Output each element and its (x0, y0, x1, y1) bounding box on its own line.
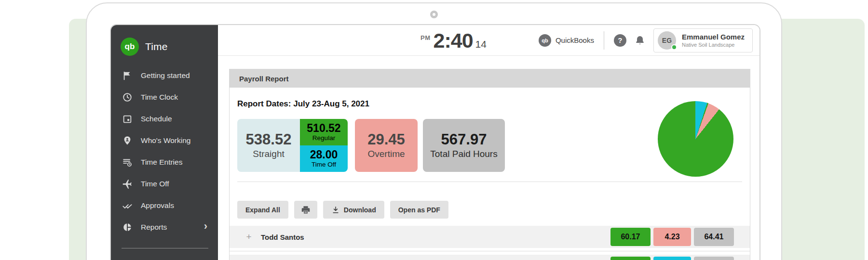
stat-split: 510.52 Regular 28.00 Time Off (300, 119, 348, 172)
regular-hours-badge: 60.17 (610, 228, 651, 246)
sidebar-divider (122, 248, 208, 248)
sidebar-item-label: Who's Working (141, 136, 190, 145)
topbar: PM 2:40 14 qb QuickBooks ? (218, 25, 760, 56)
sidebar-item-time-entries[interactable]: Time Entries (111, 151, 218, 173)
report-dates: Report Dates: July 23-Aug 5, 2021 (237, 99, 742, 109)
stat-total-paid: 567.97 Total Paid Hours (423, 119, 505, 172)
time-off-value: 28.00 (310, 148, 338, 161)
employee-rows: + Todd Santos 60.17 4.23 64.41 (230, 226, 750, 260)
download-label: Download (344, 206, 376, 214)
clock-time: 2:40 (434, 30, 473, 51)
flag-icon (122, 70, 133, 81)
user-menu[interactable]: EG Emmanuel Gomez Native Soil Landscape (653, 28, 753, 52)
download-icon (331, 206, 340, 214)
time-off-label: Time Off (312, 161, 336, 169)
open-as-pdf-button[interactable]: Open as PDF (390, 201, 448, 219)
user-info: Emmanuel Gomez Native Soil Landscape (682, 32, 745, 49)
sidebar-item-whos-working[interactable]: Who's Working (111, 130, 218, 151)
topbar-actions: qb QuickBooks ? (539, 28, 753, 52)
total-hours-badge: 64.41 (694, 228, 734, 246)
sidebar-item-reports[interactable]: Reports › (111, 216, 218, 238)
app-screen: qb Time Getting started (110, 24, 760, 260)
pie-chart-icon (122, 221, 133, 233)
notifications-bell-icon[interactable] (634, 35, 646, 46)
sidebar-item-schedule[interactable]: Schedule (111, 108, 218, 130)
printer-icon (300, 205, 311, 215)
report-title: Payroll Report (239, 75, 289, 83)
sidebar-item-label: Getting started (141, 71, 190, 80)
expand-all-button[interactable]: Expand All (237, 201, 288, 219)
sidebar-item-time-clock[interactable]: Time Clock (111, 86, 218, 108)
row-divider (230, 251, 750, 251)
regular-value: 510.52 (307, 122, 340, 134)
sidebar-item-approvals[interactable]: Approvals (111, 195, 218, 216)
sidebar-item-label: Time Clock (141, 93, 178, 102)
location-person-icon (122, 135, 133, 146)
sidebar-item-getting-started[interactable]: Getting started (111, 65, 218, 86)
straight-label: Straight (253, 148, 284, 160)
payroll-report-card: Payroll Report Report Dates: July 23-Aug… (229, 69, 750, 260)
online-status-dot (671, 44, 677, 50)
sidebar-item-label: Time Entries (141, 158, 182, 167)
user-company: Native Soil Landscape (682, 41, 745, 48)
sidebar-item-label: Time Off (141, 180, 169, 188)
stats-row: 538.52 Straight 510.52 Regular (237, 119, 742, 172)
live-clock: PM 2:40 14 (420, 30, 487, 51)
total-hours-badge (694, 257, 734, 260)
total-paid-label: Total Paid Hours (430, 148, 497, 160)
main-area: PM 2:40 14 qb QuickBooks ? (218, 25, 760, 260)
overtime-label: Overtime (367, 148, 405, 160)
avatar-initials: EG (662, 37, 672, 44)
report-body: Report Dates: July 23-Aug 5, 2021 538.52… (230, 88, 750, 260)
quickbooks-icon: qb (539, 34, 551, 47)
table-row[interactable]: + Todd Santos 60.17 4.23 64.41 (230, 226, 750, 248)
straight-value: 538.52 (246, 131, 292, 148)
total-paid-value: 567.97 (441, 131, 487, 148)
quickbooks-label: QuickBooks (556, 36, 594, 44)
clock-meridiem: PM (420, 34, 431, 41)
stat-straight: 538.52 Straight (237, 119, 300, 172)
avatar: EG (658, 31, 676, 50)
payroll-pie-chart (658, 101, 733, 177)
row-badges (610, 257, 734, 260)
report-toolbar: Expand All (237, 201, 742, 219)
sidebar-item-label: Reports (141, 223, 167, 232)
clock-icon (122, 91, 133, 103)
webcam-dot (430, 11, 438, 18)
double-check-icon (122, 200, 133, 211)
calendar-icon (122, 113, 133, 124)
sidebar-item-label: Schedule (141, 115, 172, 123)
airplane-icon (122, 178, 133, 189)
sidebar-item-label: Approvals (141, 201, 174, 210)
help-icon[interactable]: ? (614, 34, 626, 47)
time-off-hours-badge (653, 257, 691, 260)
topbar-divider (604, 31, 604, 50)
expand-row-icon[interactable]: + (245, 232, 252, 242)
regular-label: Regular (312, 134, 335, 143)
device-frame: qb Time Getting started (86, 2, 782, 260)
overtime-hours-badge: 4.23 (653, 228, 691, 246)
overtime-value: 29.45 (367, 131, 405, 148)
regular-hours-badge (610, 257, 651, 260)
stat-overtime: 29.45 Overtime (355, 119, 418, 172)
quickbooks-logo-icon: qb (121, 38, 139, 56)
print-button[interactable] (294, 201, 317, 219)
user-name: Emmanuel Gomez (682, 32, 745, 42)
report-title-bar: Payroll Report (230, 69, 750, 88)
list-clock-icon (122, 156, 133, 168)
stat-time-off: 28.00 Time Off (300, 145, 348, 172)
sidebar-item-time-off[interactable]: Time Off (111, 173, 218, 195)
chevron-right-icon: › (204, 221, 207, 233)
content-area: Payroll Report Report Dates: July 23-Aug… (218, 56, 760, 260)
section-divider (237, 182, 742, 182)
row-badges: 60.17 4.23 64.41 (610, 228, 734, 246)
download-button[interactable]: Download (323, 201, 384, 219)
marketing-frame: qb Time Getting started (0, 0, 868, 260)
stat-regular: 510.52 Regular (300, 119, 348, 145)
quickbooks-link[interactable]: qb QuickBooks (539, 34, 594, 47)
clock-seconds: 14 (475, 38, 487, 50)
sidebar-menu: Getting started Time Clock (111, 65, 218, 238)
app-logo[interactable]: qb Time (111, 25, 218, 56)
table-row[interactable]: + (230, 255, 750, 260)
sidebar: qb Time Getting started (111, 25, 218, 260)
